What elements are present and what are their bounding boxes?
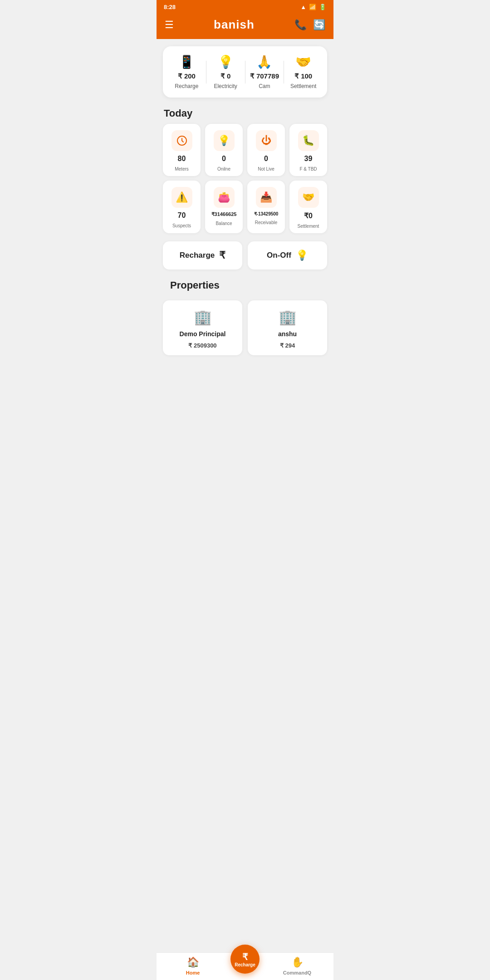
not-live-icon: ⏻ xyxy=(256,130,277,151)
quick-stat-recharge[interactable]: 📱 ₹ 200 Recharge xyxy=(167,54,206,89)
meters-icon xyxy=(172,130,192,151)
settlement-today-value: ₹0 xyxy=(304,211,313,220)
today-title: Today xyxy=(157,105,333,124)
quick-stat-electricity[interactable]: 💡 ₹ 0 Electricity xyxy=(206,54,245,89)
cam-icon: 🙏 xyxy=(256,54,272,69)
settlement-label: Settlement xyxy=(290,83,316,89)
receivable-label: Receivable xyxy=(255,220,277,225)
refresh-icon[interactable]: 🔄 xyxy=(313,19,325,31)
online-label: Onilne xyxy=(217,167,230,172)
cam-label: Cam xyxy=(259,83,270,89)
electricity-icon: 💡 xyxy=(218,54,234,69)
header-actions: 📞 🔄 xyxy=(294,19,325,31)
quick-stat-settlement[interactable]: 🤝 ₹ 100 Settlement xyxy=(284,54,323,89)
recharge-icon: 📱 xyxy=(179,54,195,69)
card-settlement-today[interactable]: 🤝 ₹0 Settlement xyxy=(289,181,327,233)
meters-value: 80 xyxy=(178,155,186,163)
anshu-icon: 🏢 xyxy=(279,309,297,326)
electricity-amount: ₹ 0 xyxy=(220,72,231,80)
property-anshu[interactable]: 🏢 anshu ₹ 294 xyxy=(248,300,327,355)
balance-icon: 👛 xyxy=(214,187,235,208)
today-grid: 80 Meters 💡 0 Onilne ⏻ 0 Not Live 🐛 39 F… xyxy=(157,124,333,233)
anshu-name: anshu xyxy=(278,330,297,338)
phone-icon[interactable]: 📞 xyxy=(294,19,307,31)
app-title: banish xyxy=(214,18,255,32)
wifi-icon: ▲ xyxy=(300,4,306,10)
balance-label: Balance xyxy=(216,221,232,226)
card-online[interactable]: 💡 0 Onilne xyxy=(205,124,243,176)
recharge-btn-label: Recharge xyxy=(180,251,215,260)
recharge-label: Recharge xyxy=(175,83,198,89)
on-off-btn-label: On-Off xyxy=(267,251,291,260)
settlement-today-icon: 🤝 xyxy=(298,187,319,208)
property-demo-principal[interactable]: 🏢 Demo Principal ₹ 2509300 xyxy=(163,300,242,355)
card-f-and-tbd[interactable]: 🐛 39 F & TBD xyxy=(289,124,327,176)
quick-stat-cam[interactable]: 🙏 ₹ 707789 Cam xyxy=(245,54,284,89)
recharge-button[interactable]: Recharge ₹ xyxy=(163,241,242,270)
properties-grid: 🏢 Demo Principal ₹ 2509300 🏢 anshu ₹ 294 xyxy=(163,296,327,392)
meters-label: Meters xyxy=(175,167,189,172)
signal-icon: 📶 xyxy=(309,4,316,10)
status-time: 8:28 xyxy=(164,4,176,10)
properties-section: Properties 🏢 Demo Principal ₹ 2509300 🏢 … xyxy=(157,277,333,392)
cam-amount: ₹ 707789 xyxy=(250,72,279,80)
card-balance[interactable]: 👛 ₹31466625 Balance xyxy=(205,181,243,233)
receivable-icon: 📥 xyxy=(256,187,277,208)
online-value: 0 xyxy=(222,155,226,163)
status-icons: ▲ 📶 🔋 xyxy=(300,4,326,10)
suspects-icon: ⚠️ xyxy=(172,187,192,208)
card-receivable[interactable]: 📥 ₹-13429500 Receivable xyxy=(247,181,285,233)
suspects-value: 70 xyxy=(178,211,186,220)
action-buttons: Recharge ₹ On-Off 💡 xyxy=(157,240,333,277)
properties-title: Properties xyxy=(163,277,327,296)
not-live-value: 0 xyxy=(264,155,268,163)
recharge-amount: ₹ 200 xyxy=(178,72,196,80)
card-meters[interactable]: 80 Meters xyxy=(163,124,201,176)
battery-icon: 🔋 xyxy=(319,4,326,10)
demo-principal-amount: ₹ 2509300 xyxy=(188,342,216,349)
demo-principal-icon: 🏢 xyxy=(194,309,212,326)
receivable-value: ₹-13429500 xyxy=(254,211,279,216)
recharge-btn-icon: ₹ xyxy=(219,250,225,261)
demo-principal-name: Demo Principal xyxy=(180,330,226,338)
f-tbd-value: 39 xyxy=(304,155,313,163)
not-live-label: Not Live xyxy=(258,167,274,172)
f-tbd-icon: 🐛 xyxy=(298,130,319,151)
status-bar: 8:28 ▲ 📶 🔋 xyxy=(157,0,333,13)
f-tbd-label: F & TBD xyxy=(299,167,317,172)
anshu-amount: ₹ 294 xyxy=(280,342,295,349)
card-suspects[interactable]: ⚠️ 70 Suspects xyxy=(163,181,201,233)
header: ☰ banish 📞 🔄 xyxy=(157,13,333,39)
settlement-today-label: Settlement xyxy=(298,224,319,229)
on-off-btn-icon: 💡 xyxy=(296,250,308,261)
balance-value: ₹31466625 xyxy=(211,211,237,217)
card-not-live[interactable]: ⏻ 0 Not Live xyxy=(247,124,285,176)
online-icon: 💡 xyxy=(214,130,235,151)
settlement-amount: ₹ 100 xyxy=(294,72,312,80)
menu-icon[interactable]: ☰ xyxy=(165,19,174,31)
quick-stats-card: 📱 ₹ 200 Recharge 💡 ₹ 0 Electricity 🙏 ₹ 7… xyxy=(163,46,327,98)
suspects-label: Suspects xyxy=(172,223,191,228)
settlement-icon: 🤝 xyxy=(295,54,311,69)
electricity-label: Electricity xyxy=(214,83,237,89)
on-off-button[interactable]: On-Off 💡 xyxy=(248,241,327,270)
